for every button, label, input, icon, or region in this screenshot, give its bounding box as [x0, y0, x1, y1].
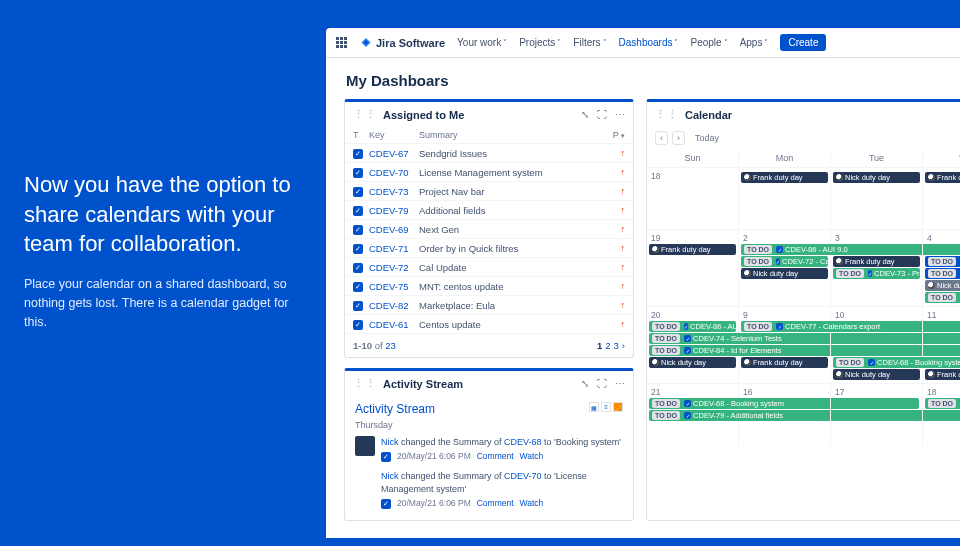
issue-key[interactable]: CDEV-79: [369, 205, 419, 216]
cal-cell[interactable]: 18: [647, 168, 739, 229]
calendar-event[interactable]: TO DO✓CDEV-Order by in Quic: [925, 292, 960, 303]
nav-people[interactable]: People ˅: [690, 37, 727, 48]
calendar-event[interactable]: Frank dut: [925, 172, 960, 183]
nav-projects[interactable]: Projects ˅: [519, 37, 561, 48]
page-1[interactable]: 1: [597, 340, 602, 351]
nav-dashboards[interactable]: Dashboards ˅: [619, 37, 679, 48]
issue-key[interactable]: CDEV-70: [369, 167, 419, 178]
cal-cell[interactable]: 21TO DO✓CDEV-68 - Booking systemTO DO✓CD…: [647, 384, 739, 445]
priority-icon: ↑: [605, 167, 625, 177]
cal-cell[interactable]: 4TO DO✓CDEV-License Manage systemTO DO✓C…: [923, 230, 960, 306]
issue-key[interactable]: CDEV-69: [369, 224, 419, 235]
jira-logo[interactable]: Jira Software: [360, 37, 445, 49]
rss-icon[interactable]: ⋰: [613, 402, 623, 412]
cal-cell[interactable]: 3Frank duty dayTO DO✓CDEV-73 - Project N…: [831, 230, 923, 306]
cal-cell[interactable]: 18TO DO✓CDEV-: [923, 384, 960, 445]
cal-today-button[interactable]: Today: [689, 132, 725, 144]
nav-filters[interactable]: Filters ˅: [573, 37, 606, 48]
issue-type-icon: ✓: [776, 246, 783, 253]
calendar-event[interactable]: Frank duty day: [649, 244, 736, 255]
cal-next-button[interactable]: ›: [672, 131, 685, 145]
cal-cell[interactable]: 11Frank dut: [923, 307, 960, 383]
maximize-icon[interactable]: ⛶: [597, 109, 607, 120]
calendar-event[interactable]: Nick duty day: [741, 268, 828, 279]
calendar-event[interactable]: TO DO✓CDEV-: [925, 398, 960, 409]
issue-key[interactable]: CDEV-75: [369, 281, 419, 292]
issue-row[interactable]: ✓CDEV-73Project Nav bar↑: [345, 182, 633, 201]
calendar-event[interactable]: TO DO✓CDEV-License Manage system: [925, 256, 960, 267]
issue-key[interactable]: CDEV-82: [369, 300, 419, 311]
issue-link[interactable]: CDEV-68: [504, 437, 542, 447]
more-icon[interactable]: ⋯: [615, 109, 625, 120]
app-switcher-icon[interactable]: [336, 37, 348, 49]
drag-handle-icon[interactable]: ⋮⋮: [655, 108, 679, 121]
cal-cell[interactable]: Frank dut: [923, 168, 960, 229]
page-3[interactable]: 3: [614, 340, 619, 351]
calendar-event[interactable]: Frank duty day: [741, 357, 828, 368]
view-icon[interactable]: ▦: [589, 402, 599, 412]
moon-icon: [652, 246, 659, 253]
calendar-event[interactable]: TO DO✓CDEV-73 - Project Nav bar: [833, 268, 920, 279]
stream-item: Nick changed the Summary of CDEV-70 to '…: [355, 466, 623, 513]
issue-key[interactable]: CDEV-67: [369, 148, 419, 159]
issue-key[interactable]: CDEV-72: [369, 262, 419, 273]
calendar-event[interactable]: TO DO✓CDEV-72 - Cal Update: [741, 256, 828, 267]
issue-type-icon: ✓: [684, 400, 691, 407]
nav-your-work[interactable]: Your work ˅: [457, 37, 507, 48]
cal-cell[interactable]: 19Frank duty day: [647, 230, 739, 306]
user-link[interactable]: Nick: [381, 471, 399, 481]
avatar: [355, 436, 375, 456]
pager: 1-10 of 23 123›: [345, 334, 633, 357]
list-icon[interactable]: ≡: [601, 402, 611, 412]
user-link[interactable]: Nick: [381, 437, 399, 447]
cal-cell[interactable]: 16: [739, 384, 831, 445]
calendar-event[interactable]: Nick duty day: [833, 172, 920, 183]
cal-cell[interactable]: 20TO DO✓CDEV-86 - AUI 9.0TO DO✓CDEV-74 -…: [647, 307, 739, 383]
issue-row[interactable]: ✓CDEV-69Next Gen↑: [345, 220, 633, 239]
cal-cell[interactable]: 10TO DO✓CDEV-68 - Booking systemNick dut…: [831, 307, 923, 383]
create-button[interactable]: Create: [780, 34, 826, 51]
issue-row[interactable]: ✓CDEV-72Cal Update↑: [345, 258, 633, 277]
issue-row[interactable]: ✓CDEV-70License Management system↑: [345, 163, 633, 182]
watch-link[interactable]: Watch: [520, 451, 544, 463]
issue-key[interactable]: CDEV-61: [369, 319, 419, 330]
issue-type-icon: ✓: [381, 452, 391, 462]
maximize-icon[interactable]: ⛶: [597, 378, 607, 389]
priority-icon: ↑: [605, 186, 625, 196]
more-icon[interactable]: ⋯: [615, 378, 625, 389]
issue-row[interactable]: ✓CDEV-67Sendgrid Issues↑: [345, 144, 633, 163]
issue-row[interactable]: ✓CDEV-75MNT: centos update↑: [345, 277, 633, 296]
calendar-event[interactable]: TO DO✓CDEV-86 - AUI 9.0: [649, 321, 736, 332]
page-2[interactable]: 2: [605, 340, 610, 351]
comment-link[interactable]: Comment: [477, 498, 514, 510]
drag-handle-icon[interactable]: ⋮⋮: [353, 108, 377, 121]
calendar-event[interactable]: Frank dut: [925, 369, 960, 380]
issue-key[interactable]: CDEV-71: [369, 243, 419, 254]
calendar-event[interactable]: Frank duty day: [741, 172, 828, 183]
cal-week: 21TO DO✓CDEV-68 - Booking systemTO DO✓CD…: [647, 383, 960, 445]
cal-cell[interactable]: Nick duty day: [831, 168, 923, 229]
issue-link[interactable]: CDEV-70: [504, 471, 542, 481]
calendar-event[interactable]: Nick dut: [925, 280, 960, 291]
cal-prev-button[interactable]: ‹: [655, 131, 668, 145]
page-next[interactable]: ›: [622, 340, 625, 351]
cal-cell[interactable]: Frank duty day: [739, 168, 831, 229]
minimize-icon[interactable]: ⤡: [581, 378, 589, 389]
calendar-event[interactable]: TO DO✓CDEV-MNT: centos up: [925, 268, 960, 279]
comment-link[interactable]: Comment: [477, 451, 514, 463]
cal-cell[interactable]: 17: [831, 384, 923, 445]
issue-row[interactable]: ✓CDEV-61Centos update↑: [345, 315, 633, 334]
minimize-icon[interactable]: ⤡: [581, 109, 589, 120]
drag-handle-icon[interactable]: ⋮⋮: [353, 377, 377, 390]
calendar-event[interactable]: Nick duty day: [833, 369, 920, 380]
issue-row[interactable]: ✓CDEV-71Order by in Quick filtres↑: [345, 239, 633, 258]
cal-cell[interactable]: 9TO DO✓CDEV-77 - Calendars exportFrank d…: [739, 307, 831, 383]
calendar-event[interactable]: Nick duty day: [649, 357, 736, 368]
cal-cell[interactable]: 2TO DO✓CDEV-86 - AUI 9.0TO DO✓CDEV-72 - …: [739, 230, 831, 306]
calendar-event[interactable]: Frank duty day: [833, 256, 920, 267]
issue-key[interactable]: CDEV-73: [369, 186, 419, 197]
nav-apps[interactable]: Apps ˅: [740, 37, 769, 48]
issue-row[interactable]: ✓CDEV-79Additional fields↑: [345, 201, 633, 220]
issue-row[interactable]: ✓CDEV-82Marketplace: Eula↑: [345, 296, 633, 315]
watch-link[interactable]: Watch: [520, 498, 544, 510]
